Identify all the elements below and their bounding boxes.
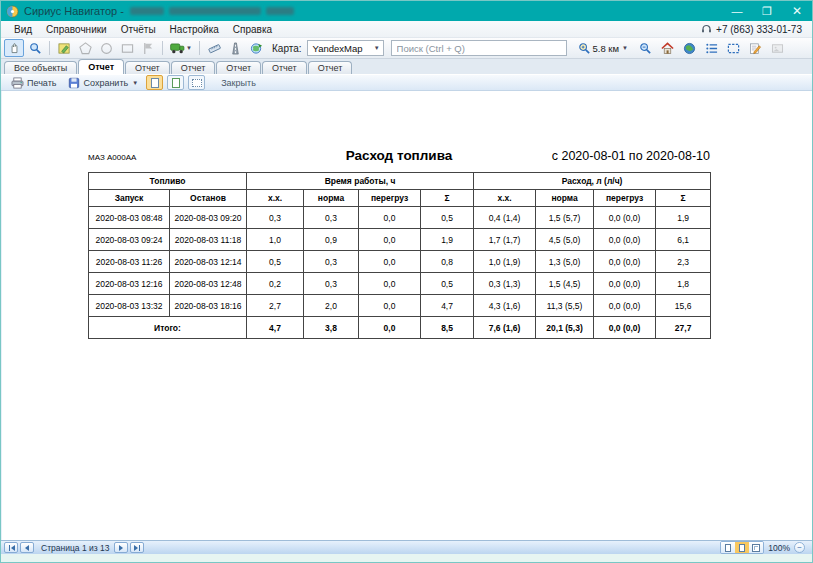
- view-mode-page-button[interactable]: [735, 542, 749, 553]
- map-select-value: YandexMap: [313, 43, 363, 54]
- view-continuous-button[interactable]: [167, 75, 184, 90]
- globe-refresh-button[interactable]: [246, 39, 266, 57]
- vehicle-menu-button[interactable]: ▼: [167, 39, 195, 57]
- zoom-out-slider-button[interactable]: −: [794, 542, 805, 553]
- table-cell: 4,5 (5,0): [536, 229, 594, 251]
- view-mode-multipage-button[interactable]: [749, 542, 763, 553]
- menu-item-3[interactable]: Отчёты: [114, 24, 163, 35]
- table-cell: 2020-08-03 13:32: [89, 295, 170, 317]
- window-controls: — ❐ ✕: [722, 1, 812, 21]
- menu-item-5[interactable]: Справка: [226, 24, 279, 35]
- table-cell: 11,3 (5,5): [536, 295, 594, 317]
- minimize-button[interactable]: —: [722, 1, 752, 21]
- table-cell: 0,0 (0,0): [594, 295, 656, 317]
- tab-report-6[interactable]: Отчет: [308, 61, 353, 74]
- table-row: 2020-08-03 09:242020-08-03 11:181,00,90,…: [89, 229, 711, 251]
- table-cell: 1,5 (5,7): [536, 207, 594, 229]
- table-cell: 2020-08-03 18:16: [170, 295, 247, 317]
- prev-page-button[interactable]: [20, 542, 34, 553]
- table-col-header: Σ: [656, 190, 711, 207]
- zoom-out-button[interactable]: [635, 39, 655, 57]
- main-toolbar: ▼ Карта: YandexMap ▼ 5.8 км ▼: [1, 38, 812, 59]
- zoom-scale-control[interactable]: 5.8 км ▼: [578, 42, 629, 55]
- maximize-button[interactable]: ❐: [752, 1, 782, 21]
- edit-note-button[interactable]: [745, 39, 765, 57]
- table-cell: 0,4 (1,4): [474, 207, 536, 229]
- zoom-scale-value: 5.8 км: [593, 43, 620, 54]
- table-cell: 2020-08-03 12:16: [89, 273, 170, 295]
- save-button-label: Сохранить: [83, 78, 128, 88]
- first-page-button[interactable]: [4, 542, 18, 553]
- home-view-button[interactable]: [657, 39, 677, 57]
- view-mode-group: [720, 541, 764, 554]
- table-row: 2020-08-03 11:262020-08-03 12:140,50,30,…: [89, 251, 711, 273]
- view-mode-normal-button[interactable]: [721, 542, 735, 553]
- menu-bar: ВидСправочникиОтчётыНастройкаСправка +7 …: [1, 21, 812, 38]
- table-cell: 0,3: [247, 207, 304, 229]
- last-page-button[interactable]: [130, 542, 144, 553]
- fit-page-button[interactable]: [188, 75, 205, 90]
- view-single-page-button[interactable]: [146, 75, 163, 90]
- table-col-header: Σ: [421, 190, 474, 207]
- tab-report-1[interactable]: Отчет: [78, 59, 124, 74]
- table-group-header: Расход, л (л/ч): [474, 173, 711, 190]
- next-page-icon: [119, 545, 123, 551]
- continuous-page-icon: [172, 78, 180, 88]
- table-cell: 1,9: [421, 229, 474, 251]
- draw-rectangle-button: [117, 39, 137, 57]
- close-button[interactable]: ✕: [782, 1, 812, 21]
- menu-item-4[interactable]: Настройка: [163, 24, 226, 35]
- select-area-button[interactable]: [723, 39, 743, 57]
- page-indicator: Страница 1 из 13: [41, 543, 109, 553]
- zoom-search-button[interactable]: [25, 39, 45, 57]
- table-cell: 2020-08-03 09:20: [170, 207, 247, 229]
- search-input[interactable]: [391, 40, 567, 56]
- tab-report-3[interactable]: Отчет: [171, 61, 216, 74]
- toolbar-separator: [199, 41, 200, 55]
- table-col-row: ЗапускОстановх.х.нормаперегрузΣх.х.норма…: [89, 190, 711, 207]
- table-col-header: норма: [304, 190, 359, 207]
- route-road-button[interactable]: [225, 39, 245, 57]
- measure-ruler-button[interactable]: [204, 39, 224, 57]
- fit-page-icon: [192, 79, 202, 87]
- menu-bar-items: ВидСправочникиОтчётыНастройкаСправка: [7, 24, 279, 35]
- close-report-button[interactable]: Закрыть: [216, 75, 261, 90]
- table-cell: 1,0 (1,9): [474, 251, 536, 273]
- next-page-button[interactable]: [114, 542, 128, 553]
- tab-all-objects[interactable]: Все объекты: [4, 61, 77, 74]
- table-col-header: норма: [536, 190, 594, 207]
- table-cell: 2020-08-03 12:14: [170, 251, 247, 273]
- table-group-header: Топливо: [89, 173, 247, 190]
- table-cell: 2020-08-03 11:26: [89, 251, 170, 273]
- fuel-report: МАЗ A000AA Расход топлива с 2020-08-01 п…: [88, 148, 710, 339]
- report-period: с 2020-08-01 по 2020-08-10: [452, 149, 710, 163]
- menu-item-1[interactable]: Вид: [7, 24, 39, 35]
- save-dropdown-arrow[interactable]: ▼: [132, 80, 138, 86]
- total-cell: 4,7: [247, 317, 304, 339]
- normal-view-icon: [725, 544, 731, 552]
- print-button[interactable]: Печать: [6, 75, 61, 90]
- tab-report-2[interactable]: Отчет: [125, 61, 170, 74]
- list-view-button[interactable]: [701, 39, 721, 57]
- support-phone: +7 (863) 333-01-73: [701, 24, 806, 35]
- table-row: 2020-08-03 08:482020-08-03 09:200,30,30,…: [89, 207, 711, 229]
- table-cell: 2020-08-03 08:48: [89, 207, 170, 229]
- table-cell: 0,0: [359, 251, 421, 273]
- vehicle-menu-dropdown-arrow: ▼: [186, 45, 192, 51]
- headset-icon: [701, 24, 712, 34]
- edit-map-button[interactable]: [54, 39, 74, 57]
- globe-button[interactable]: [679, 39, 699, 57]
- pan-hand-tool-button[interactable]: [4, 39, 24, 57]
- redacted-title-text: [130, 7, 294, 15]
- total-cell: 8,5: [421, 317, 474, 339]
- support-phone-number: +7 (863) 333-01-73: [716, 24, 802, 35]
- flag-marker-button: [138, 39, 158, 57]
- tab-report-5[interactable]: Отчет: [262, 61, 307, 74]
- table-cell: 0,5: [421, 207, 474, 229]
- table-col-header: х.х.: [474, 190, 536, 207]
- table-col-header: Останов: [170, 190, 247, 207]
- save-button[interactable]: Сохранить ▼: [63, 75, 143, 90]
- tab-report-4[interactable]: Отчет: [216, 61, 261, 74]
- map-select[interactable]: YandexMap ▼: [307, 40, 384, 56]
- menu-item-2[interactable]: Справочники: [39, 24, 114, 35]
